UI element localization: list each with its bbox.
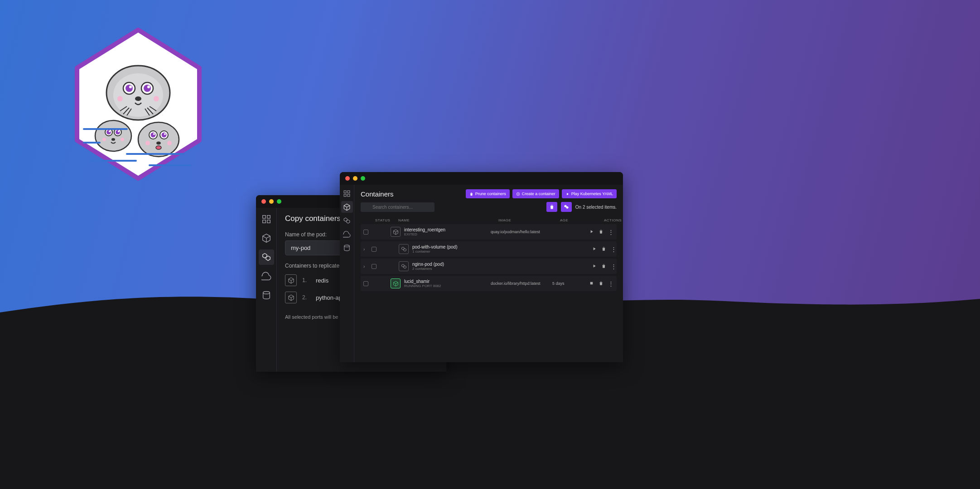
status-icon [399, 244, 409, 254]
close-dot[interactable] [345, 176, 350, 181]
more-button[interactable]: ⋮ [608, 281, 614, 287]
svg-rect-45 [590, 282, 593, 284]
svg-point-17 [109, 130, 111, 132]
more-button[interactable]: ⋮ [611, 246, 617, 252]
table-header: STATUS NAME IMAGE AGE ACTIONS [361, 216, 617, 224]
container-index: 1. [302, 277, 310, 283]
row-checkbox[interactable] [372, 264, 377, 269]
svg-point-22 [138, 122, 179, 157]
row-checkbox[interactable] [363, 281, 368, 286]
table-row[interactable]: › nginx-pod (pod)2 containers ⋮ [361, 259, 617, 274]
delete-button[interactable] [601, 246, 606, 252]
svg-point-20 [102, 138, 106, 141]
status-icon [391, 278, 401, 288]
play-button[interactable] [592, 246, 597, 252]
svg-point-28 [164, 133, 166, 135]
play-button[interactable] [589, 229, 594, 235]
row-subtitle: 2 containers [412, 267, 444, 271]
prune-button[interactable]: Prune containers [466, 189, 510, 198]
sidebar-pods[interactable] [341, 215, 353, 226]
bulk-delete-button[interactable] [546, 202, 557, 212]
svg-point-7 [129, 86, 132, 88]
delete-button[interactable] [601, 264, 606, 269]
minimize-dot[interactable] [353, 176, 357, 181]
row-image: docker.io/library/httpd:latest [491, 281, 550, 286]
svg-rect-33 [262, 216, 265, 218]
status-icon [391, 227, 401, 237]
svg-rect-35 [262, 220, 265, 223]
row-name: lucid_shamir [404, 279, 441, 284]
svg-point-26 [162, 133, 167, 138]
svg-rect-36 [267, 220, 270, 223]
svg-rect-39 [348, 191, 350, 193]
delete-button[interactable] [599, 229, 603, 235]
sidebar [256, 208, 277, 372]
podman-logo [68, 27, 208, 181]
svg-point-25 [151, 133, 156, 138]
sidebar [340, 185, 354, 362]
container-index: 2. [302, 294, 310, 301]
row-name: pod-with-volume (pod) [412, 244, 458, 249]
table-row[interactable]: lucid_shamirRUNNING PORT 8082 docker.io/… [361, 276, 617, 291]
table-row[interactable]: interesting_roentgenEXITED quay.io/podma… [361, 224, 617, 240]
titlebar [340, 172, 623, 185]
svg-point-37 [263, 292, 270, 294]
svg-point-21 [121, 138, 124, 141]
cube-icon [285, 274, 297, 286]
svg-rect-38 [344, 191, 346, 193]
svg-point-16 [116, 130, 120, 134]
svg-rect-34 [267, 216, 270, 218]
stop-button[interactable] [589, 281, 594, 287]
row-checkbox[interactable] [363, 230, 368, 235]
bulk-pod-button[interactable] [561, 202, 572, 212]
search-input[interactable] [361, 202, 434, 212]
page-title: Containers [361, 190, 394, 198]
svg-point-29 [156, 142, 161, 145]
sidebar-volumes[interactable] [259, 288, 274, 303]
close-dot[interactable] [261, 199, 266, 204]
table-row[interactable]: › pod-with-volume (pod)1 container ⋮ [361, 241, 617, 257]
sidebar-volumes[interactable] [341, 242, 353, 254]
svg-rect-41 [348, 194, 350, 196]
maximize-dot[interactable] [361, 176, 365, 181]
sidebar-containers[interactable] [341, 201, 353, 213]
selection-info: On 2 selected items. [575, 205, 617, 210]
minimize-dot[interactable] [269, 199, 274, 204]
play-yaml-button[interactable]: Play Kubernetes YAML [562, 189, 617, 198]
svg-point-10 [117, 96, 123, 101]
more-button[interactable]: ⋮ [608, 229, 614, 235]
more-button[interactable]: ⋮ [611, 264, 617, 269]
row-subtitle: EXITED [404, 232, 445, 236]
create-button[interactable]: Create a container [512, 189, 559, 198]
expand-chevron[interactable]: › [363, 247, 369, 252]
delete-button[interactable] [599, 281, 603, 287]
play-button[interactable] [592, 264, 597, 269]
row-checkbox[interactable] [372, 247, 377, 252]
svg-point-5 [126, 85, 133, 92]
sidebar-containers[interactable] [259, 230, 274, 246]
svg-point-30 [156, 146, 161, 149]
svg-point-19 [111, 138, 115, 141]
expand-chevron[interactable]: › [363, 264, 369, 269]
sidebar-images[interactable] [341, 228, 353, 240]
maximize-dot[interactable] [277, 199, 281, 204]
sidebar-dashboard[interactable] [341, 187, 353, 199]
svg-point-15 [106, 130, 111, 134]
svg-point-9 [135, 96, 141, 101]
row-name: nginx-pod (pod) [412, 262, 444, 267]
svg-point-27 [153, 133, 155, 135]
row-age: 5 days [552, 281, 579, 286]
svg-point-18 [118, 130, 120, 132]
sidebar-dashboard[interactable] [259, 211, 274, 227]
svg-point-42 [344, 245, 349, 247]
container-name: redis [316, 277, 328, 284]
containers-window: Containers Prune containers Create a con… [340, 172, 623, 362]
svg-point-8 [147, 86, 150, 88]
sidebar-images[interactable] [259, 268, 274, 284]
sidebar-pods[interactable] [259, 249, 274, 265]
svg-rect-40 [344, 194, 346, 196]
status-icon [399, 261, 409, 271]
cube-icon [285, 292, 297, 303]
row-image: quay.io/podman/hello:latest [491, 230, 550, 234]
svg-point-32 [167, 141, 172, 145]
